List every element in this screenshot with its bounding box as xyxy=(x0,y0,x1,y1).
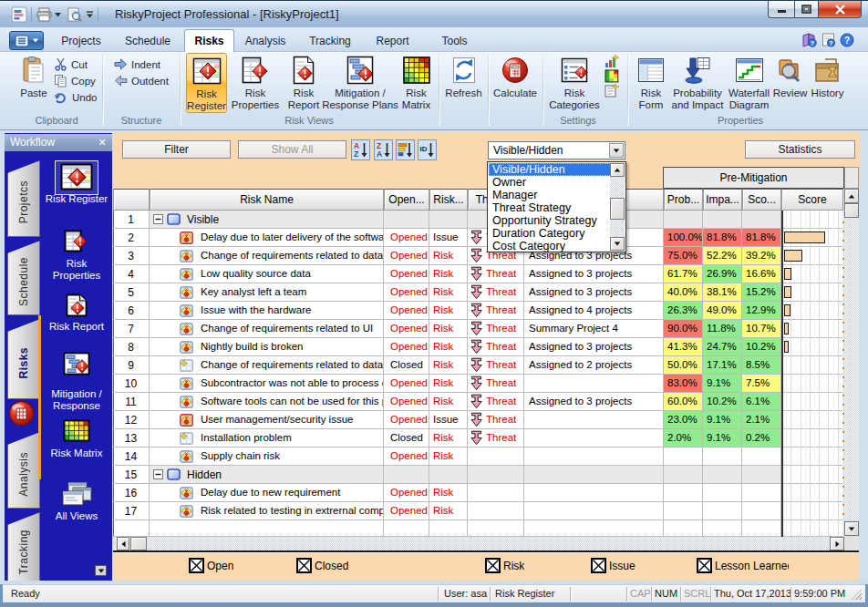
score-cell[interactable]: 12.9% xyxy=(742,302,781,320)
risk-register-button[interactable]: Risk Register xyxy=(186,53,227,113)
workflow-tab-analysis[interactable]: Analysis xyxy=(7,432,40,509)
column-header-probability[interactable]: Prob... xyxy=(664,189,703,211)
column-header-risk-name[interactable]: Risk Name xyxy=(150,189,384,211)
score-cell[interactable] xyxy=(742,484,781,502)
risk-name-cell[interactable]: Subcontractor was not able to process d xyxy=(150,375,384,393)
impact-cell[interactable]: 17.1% xyxy=(703,356,742,375)
risk-properties-button[interactable]: Risk Properties xyxy=(229,53,282,113)
risk-type-cell[interactable]: Risk xyxy=(429,320,468,338)
score-cell[interactable]: 0.2% xyxy=(742,429,781,448)
threat-cell[interactable]: Threat xyxy=(468,411,524,429)
threat-cell[interactable]: Threat xyxy=(468,429,524,448)
risk-name-cell[interactable]: Change of requirements related to UI xyxy=(150,320,384,338)
review-button[interactable]: Review xyxy=(774,53,806,113)
horizontal-scrollbar[interactable] xyxy=(113,537,859,550)
minimize-button[interactable] xyxy=(768,1,794,18)
dropdown-option-threat-strategy[interactable]: Threat Strategy xyxy=(489,201,612,214)
impact-cell[interactable] xyxy=(703,484,742,502)
assigned-cell[interactable] xyxy=(524,448,664,466)
tab-report[interactable]: Report xyxy=(368,29,417,52)
threat-cell[interactable] xyxy=(468,448,524,466)
impact-cell[interactable]: 38.1% xyxy=(703,283,742,302)
risk-type-cell[interactable]: Risk xyxy=(429,502,468,520)
view-filter-dropdown[interactable]: Visible/Hidden xyxy=(488,141,625,159)
score-cell[interactable]: 39.2% xyxy=(742,247,781,265)
risk-categories-button[interactable]: Risk Categories xyxy=(546,53,603,113)
group-expander-icon[interactable] xyxy=(153,214,163,224)
impact-cell[interactable]: 26.9% xyxy=(703,265,742,283)
indent-button[interactable]: Indent xyxy=(114,57,160,72)
score-cell[interactable]: 10.7% xyxy=(742,320,781,338)
score-cell[interactable] xyxy=(742,502,781,520)
help-icon[interactable]: ? xyxy=(840,33,854,47)
assigned-cell[interactable]: Assigned to 3 projects xyxy=(524,393,664,411)
tab-analysis[interactable]: Analysis xyxy=(239,29,292,52)
help-book-icon[interactable]: ? xyxy=(801,33,817,47)
probability-cell[interactable]: 41.3% xyxy=(664,338,703,356)
risk-name-cell[interactable]: User management/security issue xyxy=(150,411,384,429)
threat-cell[interactable]: Threat xyxy=(468,302,524,320)
open-status-cell[interactable]: Opened xyxy=(384,320,429,338)
workflow-scroll-down-button[interactable] xyxy=(95,565,107,576)
probability-cell[interactable] xyxy=(664,484,703,502)
open-status-cell[interactable]: Opened xyxy=(384,502,429,520)
column-header-score-value[interactable]: Sco... xyxy=(742,189,781,211)
threat-cell[interactable]: Threat xyxy=(468,375,524,393)
threat-cell[interactable]: Threat xyxy=(468,393,524,411)
popup-scroll-down-button[interactable] xyxy=(610,237,625,251)
open-status-cell[interactable]: Opened xyxy=(384,338,429,356)
probability-cell[interactable]: 61.7% xyxy=(664,265,703,283)
impact-cell[interactable]: 11.8% xyxy=(703,320,742,338)
open-status-cell[interactable]: Opened xyxy=(384,247,429,265)
column-header-score-bar[interactable]: Score xyxy=(781,189,843,211)
risk-type-cell[interactable]: Risk xyxy=(429,283,468,302)
probability-cell[interactable]: 50.0% xyxy=(664,356,703,375)
workflow-tab-tracking[interactable]: Tracking xyxy=(7,512,40,585)
group-expander-icon[interactable] xyxy=(153,469,163,479)
column-header-row-number[interactable] xyxy=(113,189,150,211)
scroll-up-button[interactable] xyxy=(844,189,859,203)
threat-cell[interactable]: Threat xyxy=(468,320,524,338)
print-icon[interactable] xyxy=(36,7,53,22)
categories-matrix-small-button[interactable] xyxy=(604,69,619,83)
vscroll-thumb[interactable] xyxy=(844,203,859,218)
categories-list-small-button[interactable] xyxy=(604,84,619,98)
impact-cell[interactable]: 24.7% xyxy=(703,338,742,356)
open-status-cell[interactable]: Opened xyxy=(384,411,429,429)
qat-customize-icon[interactable] xyxy=(86,11,94,18)
scroll-down-button[interactable] xyxy=(844,521,859,536)
popup-scroll-up-button[interactable] xyxy=(610,163,625,177)
impact-cell[interactable] xyxy=(703,502,742,520)
risk-type-cell[interactable]: Risk xyxy=(429,247,468,265)
copy-button[interactable]: Copy xyxy=(54,73,96,88)
undo-button[interactable]: Undo xyxy=(54,89,98,105)
assigned-cell[interactable] xyxy=(524,429,664,448)
risk-name-cell[interactable]: Issue with the hardware xyxy=(150,302,384,320)
threat-cell[interactable] xyxy=(468,502,524,520)
impact-cell[interactable]: 9.1% xyxy=(703,411,742,429)
threat-cell[interactable]: Threat xyxy=(468,265,524,283)
cut-button[interactable]: Cut xyxy=(54,57,88,72)
assigned-cell[interactable] xyxy=(524,375,664,393)
probability-cell[interactable]: 75.0% xyxy=(664,247,703,265)
assigned-cell[interactable]: Assigned to 4 projects xyxy=(524,302,664,320)
workflow-tab-risks[interactable]: Risks xyxy=(7,319,40,399)
column-header-open[interactable]: Open... xyxy=(384,189,429,211)
probability-cell[interactable]: 2.0% xyxy=(664,429,703,448)
refresh-button[interactable]: Refresh xyxy=(442,53,485,113)
scroll-right-button[interactable] xyxy=(830,537,844,550)
assigned-cell[interactable]: Assigned to 3 projects xyxy=(524,283,664,302)
assigned-cell[interactable] xyxy=(524,502,664,520)
probability-impact-button[interactable]: Probability and Impact xyxy=(672,53,723,113)
probability-cell[interactable]: 26.3% xyxy=(664,302,703,320)
workflow-tab-projetcs[interactable]: Projetcs xyxy=(7,160,40,237)
sort-custom-button[interactable] xyxy=(396,139,415,160)
impact-cell[interactable] xyxy=(703,448,742,466)
probability-cell[interactable]: 90.0% xyxy=(664,320,703,338)
risk-name-cell[interactable]: Risk related to testing in extrernal com… xyxy=(150,502,384,520)
popup-scrollbar[interactable] xyxy=(610,163,625,251)
risk-type-cell[interactable]: Risk xyxy=(429,484,468,502)
risk-name-cell[interactable]: Change of requirements related to data p xyxy=(150,247,384,265)
app-icon[interactable] xyxy=(11,6,27,23)
probability-cell[interactable] xyxy=(664,448,703,466)
